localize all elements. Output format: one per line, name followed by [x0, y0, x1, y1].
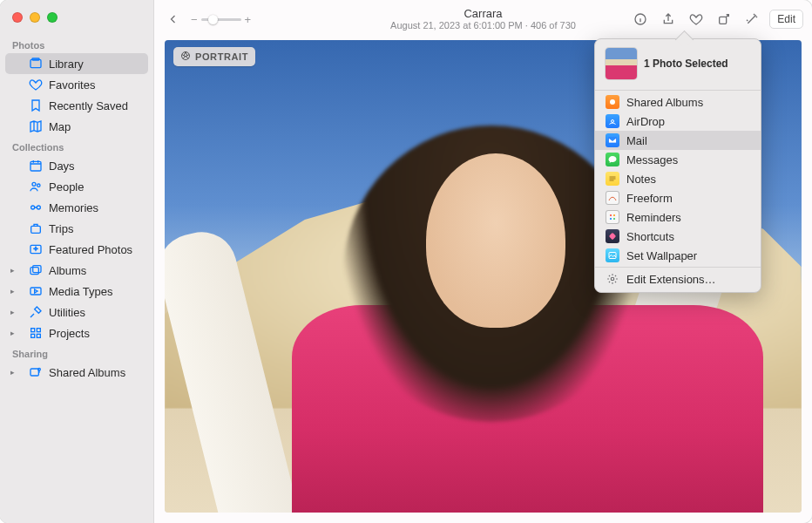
sidebar: Photos Library Favorites Recently Saved … — [0, 0, 154, 523]
photo-title: Carrara — [390, 7, 576, 21]
people-icon — [28, 179, 44, 194]
sidebar-item-utilities[interactable]: ▸ Utilities — [5, 302, 148, 323]
favorite-button[interactable] — [686, 10, 707, 29]
sidebar-item-label: Library — [49, 58, 84, 71]
menu-item-label: Messages — [626, 153, 678, 166]
svg-point-24 — [610, 218, 612, 220]
sidebar-item-label: Media Types — [49, 285, 112, 298]
back-button[interactable] — [163, 10, 184, 29]
zoom-minus-icon: − — [191, 13, 198, 26]
svg-rect-27 — [609, 233, 616, 240]
sidebar-section-sharing: Sharing — [0, 343, 153, 362]
svg-point-23 — [610, 214, 612, 216]
freeform-app-icon — [606, 191, 619, 205]
share-thumbnail — [606, 48, 637, 79]
notes-app-icon — [606, 172, 619, 186]
chevron-right-icon[interactable]: ▸ — [10, 287, 15, 295]
zoom-plus-icon: + — [245, 13, 252, 26]
sidebar-item-people[interactable]: People — [5, 176, 148, 197]
auto-enhance-button[interactable] — [741, 10, 762, 29]
window-controls — [0, 0, 153, 35]
menu-item-label: Reminders — [626, 211, 681, 224]
gear-icon — [606, 272, 619, 286]
close-window-button[interactable] — [12, 12, 23, 23]
menu-item-notes[interactable]: Notes — [595, 169, 761, 188]
portrait-badge: PORTRAIT — [173, 47, 255, 66]
sidebar-item-map[interactable]: Map — [5, 116, 148, 137]
sidebar-item-library[interactable]: Library — [5, 53, 148, 74]
share-popover: 1 Photo Selected Shared Albums AirDrop M… — [594, 38, 761, 293]
sidebar-section-collections: Collections — [0, 137, 153, 155]
menu-item-set-wallpaper[interactable]: Set Wallpaper — [595, 246, 761, 265]
separator — [595, 267, 761, 268]
menu-item-messages[interactable]: Messages — [595, 150, 761, 169]
menu-item-label: Freeform — [626, 192, 673, 205]
zoom-track[interactable] — [201, 18, 241, 21]
menu-item-mail[interactable]: Mail — [595, 131, 761, 150]
menu-item-edit-extensions[interactable]: Edit Extensions… — [595, 269, 761, 289]
zoom-knob[interactable] — [208, 15, 218, 24]
menu-item-label: Shared Albums — [626, 96, 703, 109]
edit-button-label: Edit — [777, 13, 795, 25]
menu-item-airdrop[interactable]: AirDrop — [595, 112, 761, 131]
zoom-slider[interactable]: − + — [191, 13, 251, 26]
chevron-right-icon[interactable]: ▸ — [10, 266, 15, 275]
memories-icon — [28, 200, 44, 215]
menu-item-freeform[interactable]: Freeform — [595, 188, 761, 207]
sidebar-item-shared-albums[interactable]: ▸ Shared Albums — [5, 362, 148, 383]
svg-rect-16 — [30, 369, 38, 376]
sidebar-item-days[interactable]: Days — [5, 155, 148, 176]
svg-point-25 — [613, 214, 615, 216]
menu-item-shared-albums[interactable]: Shared Albums — [595, 92, 761, 112]
sidebar-item-memories[interactable]: Memories — [5, 197, 148, 218]
edit-button[interactable]: Edit — [769, 10, 803, 29]
toolbar-title-area: Carrara August 21, 2023 at 6:01:00 PM · … — [390, 7, 576, 32]
share-button[interactable] — [658, 10, 679, 29]
minimize-window-button[interactable] — [30, 12, 40, 23]
sidebar-item-trips[interactable]: Trips — [5, 218, 148, 239]
sidebar-item-projects[interactable]: ▸ Projects — [5, 323, 148, 343]
chevron-right-icon[interactable]: ▸ — [10, 329, 15, 337]
sidebar-item-label: Days — [49, 160, 75, 173]
menu-item-shortcuts[interactable]: Shortcuts — [595, 227, 761, 246]
sidebar-item-label: Favorites — [49, 78, 95, 92]
menu-item-label: AirDrop — [626, 115, 665, 128]
sidebar-item-media-types[interactable]: ▸ Media Types — [5, 281, 148, 302]
menu-item-label: Shortcuts — [626, 230, 674, 243]
zoom-window-button[interactable] — [47, 12, 58, 23]
map-icon — [28, 119, 44, 134]
chevron-right-icon[interactable]: ▸ — [10, 308, 15, 316]
sidebar-item-favorites[interactable]: Favorites — [5, 74, 148, 95]
svg-rect-0 — [30, 59, 41, 67]
menu-item-label: Notes — [626, 173, 656, 186]
toolbar: − + Carrara August 21, 2023 at 6:01:00 P… — [154, 0, 812, 38]
svg-rect-28 — [609, 253, 616, 259]
sidebar-item-albums[interactable]: ▸ Albums — [5, 260, 148, 281]
menu-item-label: Edit Extensions… — [626, 273, 716, 286]
svg-rect-7 — [31, 226, 41, 233]
svg-rect-12 — [31, 329, 35, 332]
info-button[interactable] — [630, 10, 651, 29]
sidebar-item-featured-photos[interactable]: Featured Photos — [5, 239, 148, 260]
toolbar-left: − + — [163, 10, 251, 29]
sidebar-item-label: Utilities — [49, 306, 85, 319]
sidebar-item-recently-saved[interactable]: Recently Saved — [5, 95, 148, 116]
heart-icon — [28, 77, 44, 92]
library-icon — [28, 56, 44, 71]
utilities-icon — [28, 304, 44, 320]
menu-item-reminders[interactable]: Reminders — [595, 207, 761, 227]
media-types-icon — [28, 283, 44, 299]
main-content: − + Carrara August 21, 2023 at 6:01:00 P… — [154, 0, 812, 523]
menu-item-label: Mail — [626, 134, 647, 147]
sidebar-item-label: Memories — [49, 201, 98, 214]
chevron-right-icon[interactable]: ▸ — [10, 368, 15, 377]
toolbar-right: Edit — [630, 10, 803, 29]
rotate-button[interactable] — [714, 10, 734, 29]
svg-point-6 — [37, 206, 40, 209]
separator — [595, 90, 761, 91]
svg-rect-10 — [33, 266, 41, 273]
bookmark-icon — [28, 98, 44, 113]
svg-point-3 — [32, 182, 36, 186]
svg-point-4 — [37, 184, 40, 187]
projects-icon — [28, 325, 44, 341]
